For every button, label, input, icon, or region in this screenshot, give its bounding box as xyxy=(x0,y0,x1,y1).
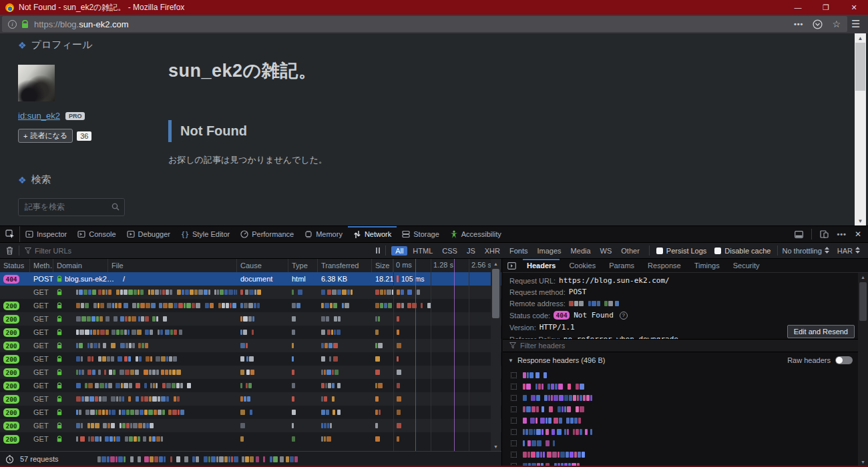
type-filter-pill[interactable]: XHR xyxy=(481,246,504,256)
col-transferred[interactable]: Transferred xyxy=(318,259,372,272)
details-tab[interactable]: Security xyxy=(726,259,767,273)
response-headers-section[interactable]: ▼ Response headers (496 B) Raw headers xyxy=(503,353,858,368)
details-tab[interactable]: Timings xyxy=(688,259,726,273)
page-info-icon[interactable]: i xyxy=(8,20,17,29)
responsive-mode-icon[interactable] xyxy=(820,230,829,238)
type-filter-pill[interactable]: Other xyxy=(617,246,644,256)
col-domain[interactable]: Domain xyxy=(53,259,108,272)
maximize-button[interactable]: ❐ xyxy=(812,0,840,15)
type-filter-pill[interactable]: Images xyxy=(533,246,566,256)
devtools-tab[interactable]: Network xyxy=(348,226,397,242)
col-type[interactable]: Type xyxy=(288,259,318,272)
raw-headers-toggle[interactable] xyxy=(835,356,853,364)
response-header-row[interactable] xyxy=(503,415,858,426)
filter-urls-input[interactable]: Filter URLs xyxy=(19,247,376,255)
devtools-tab[interactable]: Inspector xyxy=(20,226,72,242)
scrollbar-thumb[interactable] xyxy=(859,282,867,321)
details-tab[interactable]: Response xyxy=(641,259,688,273)
network-request-row[interactable]: 200 GET xyxy=(0,312,501,326)
devtools-tab[interactable]: Console xyxy=(72,226,121,242)
type-filter-pill[interactable]: All xyxy=(391,246,407,256)
devtools-tab[interactable]: Debugger xyxy=(122,226,176,242)
col-size[interactable]: Size xyxy=(372,259,393,272)
response-header-row[interactable] xyxy=(503,392,858,404)
close-button[interactable]: ✕ xyxy=(840,0,868,15)
network-list-scrollbar[interactable]: ▲ ▼ xyxy=(491,259,501,451)
filter-headers-input[interactable]: Filter headers xyxy=(503,339,858,352)
avatar[interactable] xyxy=(18,65,55,101)
search-icon[interactable] xyxy=(112,203,120,211)
details-tab[interactable]: Params xyxy=(602,259,641,273)
devtools-menu-icon[interactable]: ••• xyxy=(837,230,847,238)
col-status[interactable]: Status xyxy=(0,259,30,272)
scroll-up-icon[interactable]: ▲ xyxy=(491,259,501,268)
profile-id-link[interactable]: id:sun_ek2 xyxy=(18,111,60,121)
page-scrollbar[interactable]: ▲ ▼ xyxy=(855,33,866,225)
col-file[interactable]: File xyxy=(108,259,237,272)
type-filter-pill[interactable]: HTML xyxy=(409,246,437,256)
response-header-row[interactable] xyxy=(503,449,858,460)
network-request-row[interactable]: 200 GET xyxy=(0,419,501,432)
type-filter-pill[interactable]: Media xyxy=(567,246,595,256)
scrollbar-thumb[interactable] xyxy=(492,269,499,318)
col-method[interactable]: Meth… xyxy=(30,259,53,272)
col-cause[interactable]: Cause xyxy=(237,259,288,272)
clear-requests-icon[interactable] xyxy=(0,246,19,255)
blog-title[interactable]: sun_ek2の雑記。 xyxy=(168,59,769,83)
type-filter-pill[interactable]: WS xyxy=(596,246,616,256)
network-request-row[interactable]: 404 POST blog.sun-ek2… / document html 6… xyxy=(0,272,501,286)
scroll-up-icon[interactable]: ▲ xyxy=(855,33,866,43)
network-request-row[interactable]: 200 GET xyxy=(0,432,501,446)
details-scrollbar[interactable]: ▲ ▼ xyxy=(858,273,868,466)
edit-and-resend-button[interactable]: Edit and Resend xyxy=(787,325,855,338)
network-request-row[interactable]: 200 GET xyxy=(0,366,501,379)
network-request-row[interactable]: 200 GET xyxy=(0,352,501,366)
scroll-down-icon[interactable]: ▼ xyxy=(491,442,501,451)
devtools-tab[interactable]: Performance xyxy=(235,226,299,242)
timeline-header[interactable]: 0 ms 1.28 s 2.56 s xyxy=(393,259,492,272)
scroll-down-icon[interactable]: ▼ xyxy=(855,216,866,225)
collapse-panel-icon[interactable] xyxy=(503,262,520,270)
pocket-icon[interactable] xyxy=(813,19,823,29)
network-request-row[interactable]: 200 GET xyxy=(0,406,501,419)
persist-logs-checkbox[interactable]: Persist Logs xyxy=(656,247,707,255)
devtools-tab[interactable]: Memory xyxy=(299,226,348,242)
details-tab[interactable]: Cookies xyxy=(562,259,602,273)
response-header-row[interactable] xyxy=(503,381,858,392)
details-tab[interactable]: Headers xyxy=(520,259,562,273)
network-request-row[interactable]: 200 GET xyxy=(0,326,501,339)
url-bar[interactable]: i https://blog. sun-ek2.com ••• ☆ xyxy=(2,16,847,32)
scroll-up-icon[interactable]: ▲ xyxy=(858,273,868,282)
throttling-select[interactable]: No throttling xyxy=(782,247,829,255)
devtools-tab[interactable]: {} Style Editor xyxy=(176,226,235,242)
page-actions-icon[interactable]: ••• xyxy=(794,20,804,28)
status-help-icon[interactable]: ? xyxy=(620,312,628,320)
minimize-button[interactable]: — xyxy=(784,0,812,15)
article-search-input[interactable]: 記事を検索 xyxy=(18,198,125,216)
scrollbar-thumb[interactable] xyxy=(855,43,865,91)
response-header-row[interactable] xyxy=(503,404,858,415)
network-request-row[interactable]: 200 GET xyxy=(0,379,501,392)
dock-side-icon[interactable] xyxy=(795,231,803,238)
devtools-tab[interactable]: Storage xyxy=(397,226,445,242)
response-header-row[interactable] xyxy=(503,370,858,381)
network-request-row[interactable]: GET xyxy=(0,286,501,299)
devtools-tab[interactable]: Accessibility xyxy=(445,226,507,242)
expand-triangle-icon[interactable]: ▼ xyxy=(508,358,513,364)
devtools-close-icon[interactable]: ✕ xyxy=(855,229,861,239)
menu-hamburger-icon[interactable]: ☰ xyxy=(847,18,860,30)
network-request-row[interactable]: 200 GET xyxy=(0,339,501,352)
subscribe-button[interactable]: + 読者になる xyxy=(18,129,73,143)
bookmark-star-icon[interactable]: ☆ xyxy=(832,19,841,29)
type-filter-pill[interactable]: JS xyxy=(463,246,479,256)
disable-cache-checkbox[interactable]: Disable cache xyxy=(714,247,771,255)
type-filter-pill[interactable]: Fonts xyxy=(505,246,532,256)
pick-element-icon[interactable] xyxy=(0,226,20,242)
pause-recording-icon[interactable] xyxy=(376,248,380,254)
har-select[interactable]: HAR xyxy=(837,247,860,255)
response-header-row[interactable] xyxy=(503,438,858,449)
type-filter-pill[interactable]: CSS xyxy=(438,246,461,256)
network-request-row[interactable]: 200 GET xyxy=(0,299,501,312)
network-request-row[interactable]: 200 GET xyxy=(0,392,501,406)
response-header-row[interactable] xyxy=(503,426,858,438)
